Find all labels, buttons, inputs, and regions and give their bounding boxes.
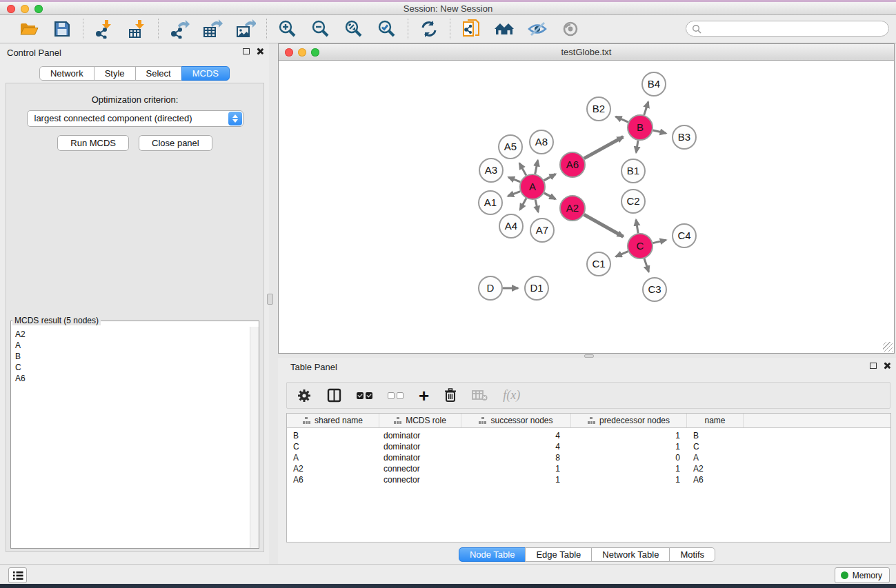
export-table-icon[interactable] (201, 19, 223, 39)
result-item[interactable]: A2 (15, 329, 250, 340)
export-network-icon[interactable] (168, 19, 190, 39)
graph-edge-A-A5[interactable] (519, 163, 526, 176)
table-row[interactable]: A2connector11A2 (287, 463, 890, 474)
result-scrollbar[interactable] (250, 327, 259, 548)
column-header-shared-name[interactable]: shared name (287, 414, 379, 427)
tab-node-table[interactable]: Node Table (459, 547, 526, 562)
open-session-icon[interactable] (18, 19, 40, 39)
import-network-icon[interactable] (93, 19, 115, 39)
graph-edge-B-B3[interactable] (653, 130, 666, 133)
tab-edge-table[interactable]: Edge Table (525, 547, 592, 562)
table-cell: 4 (461, 441, 571, 452)
graph-edge-A-A7[interactable] (535, 200, 538, 212)
result-item[interactable]: C (15, 362, 250, 373)
add-row-icon[interactable]: + (419, 389, 429, 403)
tab-select[interactable]: Select (135, 66, 182, 81)
select-all-rows-icon[interactable] (357, 392, 372, 399)
close-network-button[interactable] (285, 48, 293, 57)
close-panel-button[interactable]: Close panel (139, 135, 212, 151)
save-session-icon[interactable] (51, 19, 73, 39)
graph-edge-A-A2[interactable] (544, 193, 556, 199)
maximize-window-button[interactable] (34, 5, 43, 13)
close-panel-icon[interactable] (883, 362, 890, 369)
divider-handle[interactable] (267, 294, 273, 305)
table-row[interactable]: A6connector11A6 (287, 474, 890, 485)
tab-motifs[interactable]: Motifs (669, 547, 715, 562)
clone-network-icon[interactable] (460, 19, 482, 39)
graph-edge-C-C1[interactable] (616, 252, 628, 257)
maximize-network-button[interactable] (311, 48, 319, 57)
zoom-selected-icon[interactable] (376, 19, 398, 39)
graph-edge-A-A3[interactable] (508, 177, 520, 182)
search-input[interactable] (701, 23, 888, 35)
task-history-button[interactable] (8, 567, 27, 583)
graph-edge-C-C2[interactable] (636, 220, 638, 234)
close-panel-icon[interactable] (256, 48, 263, 55)
delete-rows-icon[interactable] (444, 388, 457, 403)
graph-edge-A-A1[interactable] (508, 192, 520, 196)
float-panel-icon[interactable] (870, 363, 877, 369)
network-canvas[interactable]: B4B2BB3A8A5A6A3B1AC2A1A2A4A7C4CC1C3DD1 (279, 61, 894, 353)
table-cell: 8 (461, 452, 571, 463)
table-cell: C (287, 441, 379, 452)
show-graphics-details-icon[interactable] (559, 19, 581, 39)
panel-divider[interactable] (269, 43, 278, 564)
network-window-titlebar[interactable]: testGlobe.txt (279, 44, 894, 61)
refresh-layout-icon[interactable] (418, 19, 440, 39)
tab-network[interactable]: Network (39, 66, 94, 81)
graph-edge-B-B1[interactable] (636, 141, 638, 153)
graph-edge-A2-C[interactable] (584, 214, 624, 236)
graph-edge-B-B2[interactable] (616, 116, 628, 122)
graph-node-label: A7 (536, 224, 548, 236)
delete-table-icon[interactable] (472, 389, 488, 401)
export-image-icon[interactable] (235, 19, 257, 39)
graph-node-label: A5 (504, 141, 517, 152)
column-header-predecessor-nodes[interactable]: predecessor nodes (571, 414, 687, 427)
close-window-button[interactable] (7, 5, 15, 13)
column-header-successor-nodes[interactable]: successor nodes (461, 414, 571, 427)
zoom-fit-icon[interactable] (343, 19, 365, 39)
result-item[interactable]: A (15, 340, 250, 351)
table-row[interactable]: Adominator80A (287, 452, 890, 463)
tab-mcds[interactable]: MCDS (181, 66, 230, 81)
app-title-bar: Session: New Session (0, 2, 896, 15)
graph-edge-C-C3[interactable] (644, 258, 648, 272)
graph-node-label: B2 (593, 103, 605, 114)
column-namespace-icon (588, 417, 595, 424)
graph-edge-A-A4[interactable] (520, 199, 526, 210)
result-item[interactable]: A6 (15, 373, 250, 384)
graph-node-label: A2 (566, 202, 579, 214)
criterion-select[interactable]: largest connected component (directed) (27, 110, 243, 127)
main-area: Control Panel NetworkStyleSelectMCDS Opt… (0, 43, 896, 564)
table-settings-gear-icon[interactable] (297, 388, 312, 403)
window-resize-grip[interactable] (883, 342, 893, 352)
run-mcds-button[interactable]: Run MCDS (57, 135, 129, 151)
criterion-value: largest connected component (directed) (34, 113, 192, 123)
graph-edge-A6-B[interactable] (584, 137, 624, 159)
graph-edge-A-A6[interactable] (544, 174, 556, 181)
graph-edge-C-C4[interactable] (653, 240, 666, 243)
deselect-all-rows-icon[interactable] (388, 392, 404, 399)
show-columns-icon[interactable] (327, 388, 341, 403)
table-row[interactable]: Bdominator41B (287, 430, 890, 441)
float-panel-icon[interactable] (243, 48, 250, 54)
column-header-name[interactable]: name (687, 414, 744, 427)
table-cell: 1 (571, 441, 687, 452)
hide-graphics-details-icon[interactable] (526, 19, 548, 39)
graph-edge-B-B4[interactable] (644, 102, 648, 115)
memory-button[interactable]: Memory (835, 567, 890, 583)
tab-network-table[interactable]: Network Table (591, 547, 670, 562)
zoom-in-icon[interactable] (277, 19, 299, 39)
import-table-icon[interactable] (126, 19, 148, 39)
home-view-icon[interactable] (493, 19, 515, 39)
main-toolbar (0, 15, 896, 43)
graph-edge-A-A8[interactable] (535, 160, 538, 174)
result-item[interactable]: B (15, 351, 250, 362)
column-header-mcds-role[interactable]: MCDS role (379, 414, 461, 427)
tab-style[interactable]: Style (94, 66, 136, 81)
minimize-network-button[interactable] (298, 48, 306, 57)
zoom-out-icon[interactable] (310, 19, 332, 39)
apply-function-icon[interactable]: f(x) (503, 388, 520, 403)
minimize-window-button[interactable] (21, 5, 29, 13)
table-row[interactable]: Cdominator41C (287, 441, 890, 452)
